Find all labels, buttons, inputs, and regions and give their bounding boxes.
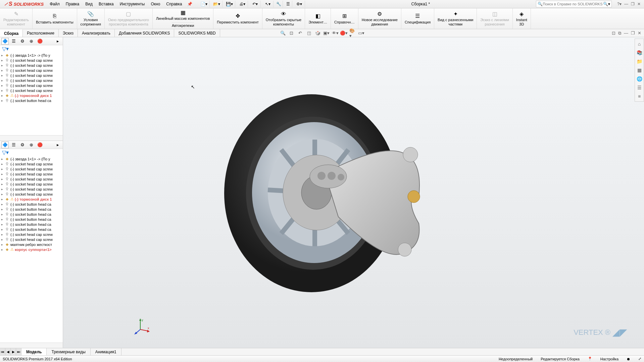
menu-insert[interactable]: Вставка — [96, 0, 116, 8]
options-button[interactable]: ☰ — [284, 1, 292, 7]
taskpane-appearance-icon[interactable]: 🌐 — [636, 75, 643, 83]
expand-icon[interactable]: ▸ — [1, 188, 4, 191]
menu-file[interactable]: Файл — [47, 0, 62, 8]
tree-item[interactable]: ▸◆маятник ребро жесткост — [0, 242, 63, 247]
tree-item[interactable]: ▸⚲(-) socket head cap screw — [0, 176, 63, 182]
pin-icon[interactable]: 📌 — [185, 2, 195, 6]
expand-icon[interactable]: ▸ — [1, 64, 4, 67]
tree-item[interactable]: ▸⚲(-) socket button head ca — [0, 202, 63, 207]
zoom-area-icon[interactable]: ⊡ — [288, 30, 295, 37]
tree-item[interactable]: ▸⚲(-) socket button head ca — [0, 217, 63, 222]
doctab-motion[interactable]: Анимация1 — [91, 348, 121, 355]
tree-h-scrollbar[interactable] — [0, 135, 63, 141]
feature-tree-tab[interactable]: 🔷 — [1, 38, 9, 45]
menu-window[interactable]: Окно — [148, 0, 163, 8]
menu-edit[interactable]: Правка — [63, 0, 82, 8]
ribbon-cmd-13[interactable]: ◈Instant 3D — [513, 8, 531, 29]
tab-nav-last[interactable]: ⏭ — [16, 348, 21, 355]
property-tab-2[interactable]: ☰ — [10, 142, 17, 148]
expand-icon[interactable]: ▸ — [1, 54, 4, 57]
expand-icon[interactable]: ▸ — [1, 79, 4, 82]
ribbon-cmd-10[interactable]: ☰Спецификация — [401, 8, 434, 29]
ribbon-sublabel[interactable]: Автокрепежи — [172, 22, 194, 28]
tree-item[interactable]: ▸◆⚠(-) тормозной диск 1 — [0, 93, 63, 98]
expand-icon[interactable]: ▸ — [1, 233, 4, 236]
taskpane-library-icon[interactable]: 📚 — [636, 49, 643, 56]
dimension-tab-2[interactable]: ⊕ — [28, 142, 35, 148]
expand-icon[interactable]: ▸ — [1, 203, 4, 206]
view-orientation-icon[interactable]: 🎲 — [314, 30, 321, 37]
expand-icon[interactable]: ▸ — [1, 183, 4, 186]
previous-view-icon[interactable]: ↶ — [297, 30, 304, 37]
expand-icon[interactable]: ▸ — [1, 238, 4, 241]
expand-icon[interactable]: ▸ — [1, 74, 4, 77]
close-button[interactable]: ✕ — [637, 2, 641, 6]
appearance-icon[interactable]: 🔴▾ — [341, 30, 347, 37]
expand-icon[interactable]: ▸ — [1, 223, 4, 226]
tree-item[interactable]: ▸⚲(-) socket button head ca — [0, 98, 63, 103]
expand-icon[interactable]: ▸ — [1, 193, 4, 196]
search-input[interactable] — [543, 2, 603, 6]
menu-view[interactable]: Вид — [83, 0, 95, 8]
viewport-restore[interactable]: ❐ — [631, 31, 635, 36]
feature-tree-tab-2[interactable]: 🔷 — [1, 142, 9, 148]
tree-item[interactable]: ▸⚲(-) socket button head ca — [0, 212, 63, 217]
tab-mbd[interactable]: SOLIDWORKS MBD — [174, 29, 220, 37]
hide-show-icon[interactable]: 👁▾ — [332, 30, 339, 37]
scene-icon[interactable]: 🎨▾ — [349, 30, 356, 37]
tree-item[interactable]: ▸⚲(-) socket button head ca — [0, 227, 63, 232]
tree-item[interactable]: ▸⚲(-) socket head cap screw — [0, 192, 63, 197]
taskpane-resources-icon[interactable]: ⌂ — [636, 40, 643, 48]
feature-tree-lower[interactable]: ▸◆(-) звезда 1<1> -> (По у▸⚲(-) socket h… — [0, 156, 63, 343]
tab-evaluate[interactable]: Анализировать — [78, 29, 115, 37]
new-button[interactable]: 📄▾ — [198, 1, 210, 7]
expand-tree-button[interactable]: ▸ — [54, 38, 61, 45]
expand-icon[interactable]: ▸ — [1, 94, 4, 97]
ribbon-cmd-2[interactable]: 📎Условия сопряжения — [77, 8, 105, 29]
expand-icon[interactable]: ▸ — [1, 99, 4, 102]
viewport-border-icon[interactable]: ⊡ — [612, 31, 615, 36]
display-style-icon[interactable]: ▣▾ — [323, 30, 330, 37]
tree-item[interactable]: ▸⚲(-) socket head cap screw — [0, 78, 63, 83]
viewport-close[interactable]: ✕ — [638, 31, 641, 36]
expand-icon[interactable]: ▸ — [1, 198, 4, 201]
ribbon-cmd-5[interactable]: ✥Переместить компонент — [213, 8, 262, 29]
status-macro-icon[interactable]: ⏺ — [627, 357, 630, 361]
expand-tree-button-2[interactable]: ▸ — [54, 142, 61, 148]
tree-item[interactable]: ▸⚲(-) socket head cap screw — [0, 63, 63, 68]
expand-icon[interactable]: ▸ — [1, 177, 4, 181]
viewport-link-icon[interactable]: ⧉ — [618, 31, 621, 36]
tab-assembly[interactable]: Сборка — [0, 29, 23, 37]
ribbon-cmd-1[interactable]: ⎘Вставить компоненты — [33, 8, 77, 29]
tree-item[interactable]: ▸⚲(-) socket head cap screw — [0, 237, 63, 242]
tree-item[interactable]: ▸⚲(-) socket head cap screw — [0, 68, 63, 73]
expand-icon[interactable]: ▸ — [1, 89, 4, 92]
tree-item[interactable]: ▸⚲(-) socket head cap screw — [0, 88, 63, 93]
restore-button[interactable]: ❐ — [631, 2, 635, 6]
tree-item[interactable]: ▸◆(-) звезда 1<1> -> (По у — [0, 156, 63, 161]
help-search[interactable]: 🔍 🔍▾ — [536, 1, 612, 7]
tree-item[interactable]: ▸⚲(-) socket head cap screw — [0, 187, 63, 192]
reference-triad[interactable]: y x — [134, 318, 150, 334]
config-tab[interactable]: ⚙ — [19, 38, 26, 45]
expand-icon[interactable]: ▸ — [1, 218, 4, 221]
tree-item[interactable]: ▸⚲(-) socket head cap screw — [0, 171, 63, 176]
doctab-model[interactable]: Модель — [21, 348, 47, 355]
tree-h-scrollbar-2[interactable] — [0, 343, 63, 348]
view-settings-icon[interactable]: ▭▾ — [358, 30, 365, 37]
tree-item[interactable]: ▸◆(-) звезда 1<1> -> (По у — [0, 53, 63, 58]
tab-nav-next[interactable]: ▶ — [11, 348, 16, 355]
tree-item[interactable]: ▸⚲(-) socket head cap screw — [0, 166, 63, 171]
save-button[interactable]: 💾▾ — [224, 1, 235, 7]
tree-item[interactable]: ▸⚲(-) socket head cap screw — [0, 83, 63, 88]
tab-nav-first[interactable]: ⏮ — [0, 348, 5, 355]
property-tab[interactable]: ☰ — [10, 38, 17, 45]
tree-item[interactable]: ▸⚲(-) socket head cap screw — [0, 58, 63, 63]
expand-icon[interactable]: ▸ — [1, 59, 4, 62]
tree-item[interactable]: ▸◆⚠(-) тормозной диск 1 — [0, 197, 63, 202]
expand-icon[interactable]: ▸ — [1, 162, 4, 166]
print-button[interactable]: 🖨▾ — [237, 1, 248, 7]
expand-icon[interactable]: ▸ — [1, 84, 4, 87]
select-button[interactable]: ↖▾ — [262, 1, 274, 7]
taskpane-explorer-icon[interactable]: 📁 — [636, 58, 643, 65]
